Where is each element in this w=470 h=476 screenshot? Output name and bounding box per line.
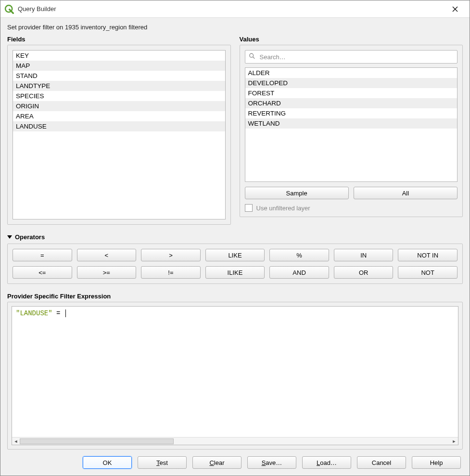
scroll-left-icon[interactable]: ◄ xyxy=(12,438,20,445)
status-text: Set provider filter on 1935 inventory_re… xyxy=(7,24,463,31)
test-button[interactable]: Test xyxy=(138,456,187,469)
help-button[interactable]: Help xyxy=(412,456,461,469)
value-item[interactable]: ORCHARD xyxy=(245,98,457,108)
field-item[interactable]: AREA xyxy=(13,111,225,121)
value-item[interactable]: REVERTING xyxy=(245,108,457,118)
field-item[interactable]: KEY xyxy=(13,51,225,61)
values-group: ALDERDEVELOPEDFORESTORCHARDREVERTINGWETL… xyxy=(240,45,463,217)
field-item[interactable]: LANDTYPE xyxy=(13,81,225,91)
value-item[interactable]: DEVELOPED xyxy=(245,78,457,88)
dialog-footer: OK Test Clear Save… Load… Cancel Help xyxy=(7,456,463,469)
field-item[interactable]: MAP xyxy=(13,61,225,71)
horizontal-scrollbar[interactable]: ◄ ► xyxy=(12,437,458,445)
dialog-body: Set provider filter on 1935 inventory_re… xyxy=(0,18,470,476)
operator-button[interactable]: AND xyxy=(269,266,329,279)
operator-button[interactable]: NOT IN xyxy=(398,249,457,261)
values-column: Values ALDERDEVELOPEDFORESTORCHARDREVERT… xyxy=(240,36,463,225)
values-button-row: Sample All xyxy=(245,187,458,199)
expression-label: Provider Specific Filter Expression xyxy=(7,293,463,300)
save-button[interactable]: Save… xyxy=(247,456,296,469)
operator-button[interactable]: ILIKE xyxy=(205,266,265,279)
field-item[interactable]: SPECIES xyxy=(13,91,225,101)
operator-button[interactable]: LIKE xyxy=(205,249,265,261)
scroll-thumb[interactable] xyxy=(20,438,174,444)
search-wrap xyxy=(245,50,458,64)
operators-label: Operators xyxy=(15,233,45,241)
operator-button[interactable]: NOT xyxy=(398,266,457,279)
operators-row-1: =<>LIKE%INNOT IN xyxy=(13,249,457,261)
operator-button[interactable]: % xyxy=(269,249,329,261)
load-button[interactable]: Load… xyxy=(302,456,351,469)
operators-section: Operators =<>LIKE%INNOT IN <=>=!=ILIKEAN… xyxy=(7,233,463,284)
fields-list[interactable]: KEYMAPSTANDLANDTYPESPECIESORIGINAREALAND… xyxy=(13,50,226,219)
fields-values-row: Fields KEYMAPSTANDLANDTYPESPECIESORIGINA… xyxy=(7,36,463,225)
text-cursor xyxy=(65,309,66,317)
unfiltered-row: Use unfiltered layer xyxy=(245,204,458,212)
value-item[interactable]: ALDER xyxy=(245,68,457,78)
operators-header[interactable]: Operators xyxy=(7,233,463,241)
operator-button[interactable]: > xyxy=(141,249,201,261)
sample-button[interactable]: Sample xyxy=(245,187,349,199)
titlebar: Query Builder xyxy=(0,0,470,18)
clear-button[interactable]: Clear xyxy=(192,456,241,469)
window-title: Query Builder xyxy=(18,5,445,13)
operator-button[interactable]: >= xyxy=(77,266,137,279)
field-item[interactable]: ORIGIN xyxy=(13,101,225,111)
fields-group: KEYMAPSTANDLANDTYPESPECIESORIGINAREALAND… xyxy=(7,45,231,225)
operator-button[interactable]: <= xyxy=(13,266,72,279)
expression-box: "LANDUSE" = ◄ ► xyxy=(12,306,458,445)
expr-rest: = xyxy=(52,309,64,317)
expression-group: "LANDUSE" = ◄ ► xyxy=(7,302,463,450)
field-item[interactable]: LANDUSE xyxy=(13,121,225,131)
operator-button[interactable]: != xyxy=(141,266,201,279)
expression-input[interactable]: "LANDUSE" = xyxy=(12,307,458,437)
operator-button[interactable]: = xyxy=(13,249,72,261)
all-button[interactable]: All xyxy=(354,187,457,199)
values-list[interactable]: ALDERDEVELOPEDFORESTORCHARDREVERTINGWETL… xyxy=(245,67,458,182)
qgis-icon xyxy=(4,4,14,14)
field-item[interactable]: STAND xyxy=(13,71,225,81)
unfiltered-label: Use unfiltered layer xyxy=(256,205,310,212)
fields-column: Fields KEYMAPSTANDLANDTYPESPECIESORIGINA… xyxy=(7,36,231,225)
operator-button[interactable]: IN xyxy=(334,249,394,261)
close-icon xyxy=(452,6,458,12)
close-button[interactable] xyxy=(445,1,466,17)
collapse-icon xyxy=(7,235,12,239)
query-builder-dialog: Query Builder Set provider filter on 193… xyxy=(0,0,470,476)
scroll-right-icon[interactable]: ► xyxy=(450,438,458,445)
values-search-input[interactable] xyxy=(245,50,458,64)
values-label: Values xyxy=(240,36,463,43)
operator-button[interactable]: < xyxy=(77,249,137,261)
unfiltered-checkbox[interactable] xyxy=(245,204,253,212)
operators-group: =<>LIKE%INNOT IN <=>=!=ILIKEANDORNOT xyxy=(7,244,463,284)
expr-quoted: "LANDUSE" xyxy=(16,309,52,317)
ok-button[interactable]: OK xyxy=(83,456,132,469)
operators-row-2: <=>=!=ILIKEANDORNOT xyxy=(13,266,457,279)
cancel-button[interactable]: Cancel xyxy=(357,456,406,469)
operator-button[interactable]: OR xyxy=(334,266,394,279)
value-item[interactable]: WETLAND xyxy=(245,118,457,129)
value-item[interactable]: FOREST xyxy=(245,88,457,98)
fields-label: Fields xyxy=(7,36,231,43)
